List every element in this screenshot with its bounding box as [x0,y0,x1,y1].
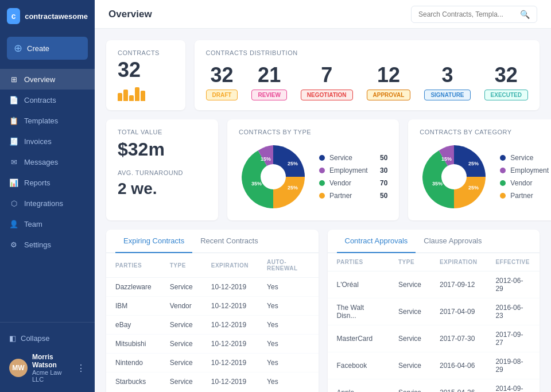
td-expiration: 10-12-2019 [202,372,258,391]
dist-signature: 3 SIGNATURE [424,63,470,100]
td-parties: Nintendo [106,354,161,372]
dist-executed: 32 EXECUTED [484,63,528,100]
td-type: Service [389,352,430,379]
th-expiration-left: EXPIRATION [202,253,258,278]
td-parties: Apple [328,379,389,393]
td-effective: 2019-08-29 [486,352,540,379]
bar-4 [135,87,139,101]
td-expiration: 2017-07-30 [430,325,486,352]
nav-label-reports: Reports [24,178,51,187]
td-expiration: 2016-04-06 [430,352,486,379]
td-auto-renewal: Yes [258,316,318,335]
collapse-button[interactable]: ◧ Collapse [7,329,88,347]
approvals-tabs: Contract Approvals Clause Approvals [328,230,540,253]
td-effective: 2017-09-27 [486,325,540,352]
td-effective: 2014-09-22 [486,379,540,393]
sidebar-item-messages[interactable]: ✉ Messages [0,152,95,172]
table-row: Starbucks Service 10-12-2019 Yes [106,372,319,391]
logo: c contractawesome [0,0,95,32]
invoices-icon: 🧾 [9,137,18,146]
total-value-label: Total Value [118,129,207,135]
td-parties: Starbucks [106,372,161,391]
integrations-icon: ⬡ [9,199,18,208]
create-label: Create [27,44,49,53]
tab-clause-approvals[interactable]: Clause Approvals [416,230,490,253]
by-type-content: 25% 25% 35% 15% Service 50 [239,142,387,211]
dist-negotiation-num: 7 [301,63,353,87]
th-parties-right: PARTIES [328,253,389,271]
create-button[interactable]: ⊕ Create [7,37,88,60]
svg-text:25%: 25% [288,185,298,191]
table-row: Nintendo Service 10-12-2019 Yes [106,354,319,372]
dist-draft: 32 DRAFT [206,63,238,100]
user-company: Acme Law LLC [32,369,72,383]
by-category-legend: Service 50 Employment 30 Vendor 70 [500,154,551,200]
legend-service: Service 50 [319,154,387,162]
td-type: Service [389,271,430,298]
td-type: Service [389,379,430,393]
dist-executed-num: 32 [484,63,528,87]
by-type-pie: 25% 25% 35% 15% [239,142,308,211]
service-dot [319,155,325,161]
sidebar-item-templates[interactable]: 📋 Templates [0,110,95,131]
td-parties: The Walt Disn... [328,298,389,325]
legend-employment-name: Employment [329,166,375,174]
td-auto-renewal: Yes [258,297,318,316]
td-auto-renewal: Yes [258,335,318,354]
sidebar-item-settings[interactable]: ⚙ Settings [0,234,95,255]
badge-review: REVIEW [251,90,286,100]
contracts-by-type-card: Contracts by Type [227,119,399,220]
vendor-dot [319,180,325,186]
tab-expiring-contracts[interactable]: Expiring Contracts [115,230,192,253]
sidebar-item-overview[interactable]: ⊞ Overview [0,69,95,90]
td-type: Service [161,354,202,372]
badge-approval: APPROVAL [367,90,411,100]
td-parties: Mitsubishi [106,335,161,354]
td-parties: Facebook [328,352,389,379]
sidebar-item-contracts[interactable]: 📄 Contracts [0,90,95,110]
svg-text:25%: 25% [288,161,298,166]
svg-text:15%: 15% [261,156,271,162]
user-name: Morris Watson [32,353,72,369]
page-title: Overview [108,9,152,20]
sidebar-item-invoices[interactable]: 🧾 Invoices [0,131,95,152]
by-category-title: Contracts by Category [420,129,551,135]
nav-label-messages: Messages [24,158,58,166]
nav-label-overview: Overview [24,75,55,84]
td-expiration: 10-12-2019 [202,354,258,372]
templates-icon: 📋 [9,116,18,125]
distribution-badges: 32 DRAFT 21 REVIEW 7 NEGOTIATION 12 APPR… [206,63,528,100]
table-row: The Walt Disn... Service 2017-04-09 2016… [328,298,540,325]
td-parties: eBay [106,316,161,335]
user-details: Morris Watson Acme Law LLC [32,353,72,383]
sidebar-item-team[interactable]: 👤 Team [0,214,95,234]
search-input[interactable] [418,10,515,18]
search-icon: 🔍 [520,10,530,19]
th-expiration-right: EXPIRATION [430,253,486,271]
search-box[interactable]: 🔍 [411,6,537,23]
badge-executed: EXECUTED [484,90,528,100]
middle-row: Total Value $32m Avg. Turnaround 2 we. C… [106,119,540,220]
sidebar-item-integrations[interactable]: ⬡ Integrations [0,193,95,214]
nav-label-integrations: Integrations [24,199,63,208]
cat-legend-service-name: Service [510,154,551,162]
sidebar-item-reports[interactable]: 📊 Reports [0,172,95,193]
user-menu-button[interactable]: ⋮ [76,363,86,374]
table-row: MasterCard Service 2017-07-30 2017-09-27 [328,325,540,352]
contracts-by-category-card: Contracts by Category 25% 25% 35% 15 [408,119,551,220]
table-row: Dazzleware Service 10-12-2019 Yes [106,278,319,297]
nav-label-invoices: Invoices [24,137,52,146]
nav-label-templates: Templates [24,117,58,125]
tab-contract-approvals[interactable]: Contract Approvals [337,230,416,253]
expiring-table: PARTIES TYPE EXPIRATION AUTO-RENEWAL Daz… [106,253,319,391]
cat-employment-dot [500,168,506,173]
total-value-amount: $32m [118,139,207,160]
collapse-icon: ◧ [9,334,16,343]
overview-icon: ⊞ [9,75,18,84]
dist-draft-num: 32 [206,63,238,87]
th-auto-renewal: AUTO-RENEWAL [258,253,318,278]
tab-recent-contracts[interactable]: Recent Contracts [192,230,266,253]
sidebar-bottom: ◧ Collapse MW Morris Watson Acme Law LLC… [0,322,95,392]
table-row: Mitsubishi Service 10-12-2019 Yes [106,335,319,354]
approvals-table: PARTIES TYPE EXPIRATION EFFECTIVE L'Oréa… [328,253,540,392]
